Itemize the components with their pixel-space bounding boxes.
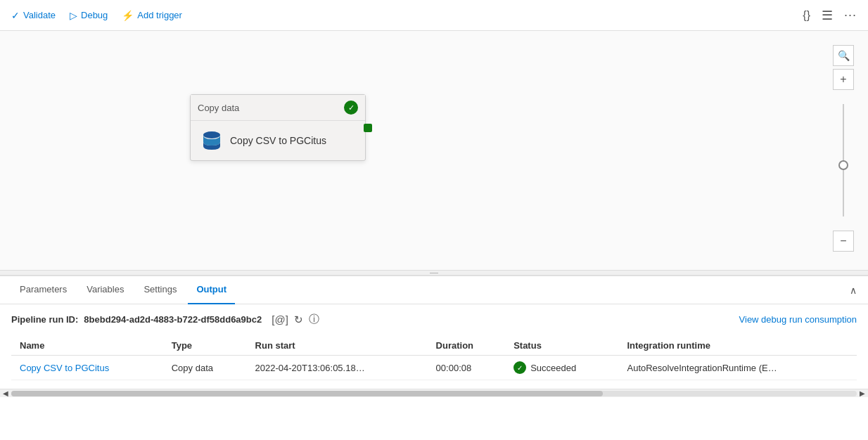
- row-name-link[interactable]: Copy CSV to PGCitus: [20, 363, 109, 373]
- tab-output[interactable]: Output: [188, 276, 235, 304]
- output-content: Pipeline run ID: 8bebd294-ad2d-4883-b722…: [0, 304, 868, 389]
- debug-button[interactable]: ▷ Debug: [70, 10, 108, 21]
- pipeline-run-row: Pipeline run ID: 8bebd294-ad2d-4883-b722…: [11, 313, 857, 326]
- search-icon: 🔍: [838, 50, 850, 61]
- col-name: Name: [11, 336, 163, 356]
- cell-duration: 00:00:08: [428, 356, 506, 380]
- pipeline-canvas: Copy data ✓ Copy CSV to PGCitus 🔍 +: [0, 31, 868, 270]
- validate-label: Validate: [23, 10, 56, 20]
- zoom-search-button[interactable]: 🔍: [833, 45, 854, 66]
- zoom-in-button[interactable]: +: [833, 69, 854, 90]
- debug-icon: ▷: [70, 10, 77, 21]
- status-label: Succeeded: [530, 363, 576, 373]
- toolbar: ✓ Validate ▷ Debug ⚡ Add trigger {} ☰ ··…: [0, 0, 868, 31]
- zoom-track: [843, 104, 844, 216]
- panel-divider[interactable]: [0, 270, 868, 276]
- tab-parameters[interactable]: Parameters: [11, 276, 75, 304]
- cell-name[interactable]: Copy CSV to PGCitus: [11, 356, 163, 380]
- copy-link-icon[interactable]: [@]: [272, 313, 288, 325]
- trigger-icon: ⚡: [122, 10, 134, 21]
- collapse-panel-button[interactable]: ∧: [850, 285, 857, 296]
- debug-label: Debug: [81, 10, 108, 20]
- horizontal-scrollbar: ◀ ▶: [0, 389, 868, 397]
- tab-settings[interactable]: Settings: [135, 276, 185, 304]
- bottom-panel: Parameters Variables Settings Output ∧ P…: [0, 276, 868, 397]
- status-success-icon: ✓: [513, 361, 526, 374]
- add-trigger-button[interactable]: ⚡ Add trigger: [122, 10, 182, 21]
- pipeline-run-id: 8bebd294-ad2d-4883-b722-df58dd6a9bc2: [84, 314, 262, 325]
- col-run-start: Run start: [247, 336, 428, 356]
- node-header-title: Copy data: [198, 103, 239, 113]
- svg-point-0: [203, 131, 220, 138]
- scroll-left-button[interactable]: ◀: [3, 389, 8, 397]
- minus-icon: −: [840, 235, 846, 247]
- zoom-out-button[interactable]: −: [833, 231, 854, 252]
- node-connector: [364, 124, 372, 132]
- scroll-track[interactable]: [11, 391, 857, 396]
- view-debug-link[interactable]: View debug run consumption: [739, 314, 857, 325]
- plus-icon: +: [840, 73, 846, 86]
- cell-run-start: 2022-04-20T13:06:05.18…: [247, 356, 428, 380]
- col-type: Type: [163, 336, 247, 356]
- info-icon[interactable]: ⓘ: [309, 313, 319, 326]
- more-icon[interactable]: ···: [844, 8, 857, 22]
- scroll-right-button[interactable]: ▶: [860, 389, 865, 397]
- col-integration-runtime: Integration runtime: [618, 336, 857, 356]
- add-trigger-label: Add trigger: [137, 10, 182, 20]
- col-status: Status: [505, 336, 618, 356]
- node-header: Copy data ✓: [191, 95, 365, 121]
- check-icon: ✓: [517, 364, 523, 372]
- table-header-row: Name Type Run start Duration Status Inte…: [11, 336, 857, 356]
- validate-icon: ✓: [11, 10, 20, 21]
- monitor-icon[interactable]: ☰: [822, 8, 833, 23]
- scroll-thumb[interactable]: [11, 391, 603, 396]
- refresh-icon[interactable]: ↻: [294, 313, 303, 326]
- zoom-thumb[interactable]: [838, 160, 848, 170]
- cell-integration-runtime: AutoResolveIntegrationRuntime (E…: [618, 356, 857, 380]
- cell-status: ✓ Succeeded: [505, 356, 618, 380]
- code-icon[interactable]: {}: [803, 9, 810, 22]
- pipeline-run-label: Pipeline run ID:: [11, 314, 78, 325]
- node-check-icon: ✓: [348, 103, 355, 112]
- table-row: Copy CSV to PGCitus Copy data 2022-04-20…: [11, 356, 857, 380]
- toolbar-right: {} ☰ ···: [803, 8, 857, 23]
- status-success-container: ✓ Succeeded: [513, 361, 610, 374]
- node-success-indicator: ✓: [344, 101, 358, 115]
- node-label: Copy CSV to PGCitus: [230, 135, 326, 146]
- database-icon: [200, 129, 223, 152]
- pipeline-run-icons: [@] ↻ ⓘ: [272, 313, 319, 326]
- node-body: Copy CSV to PGCitus: [191, 121, 365, 160]
- tabs-bar: Parameters Variables Settings Output ∧: [0, 276, 868, 304]
- validate-button[interactable]: ✓ Validate: [11, 10, 56, 21]
- pipeline-node[interactable]: Copy data ✓ Copy CSV to PGCitus: [190, 94, 366, 161]
- run-table: Name Type Run start Duration Status Inte…: [11, 336, 857, 380]
- cell-type: Copy data: [163, 356, 247, 380]
- zoom-slider[interactable]: [833, 90, 854, 231]
- zoom-controls: 🔍 + −: [833, 45, 854, 252]
- tab-variables[interactable]: Variables: [78, 276, 132, 304]
- col-duration: Duration: [428, 336, 506, 356]
